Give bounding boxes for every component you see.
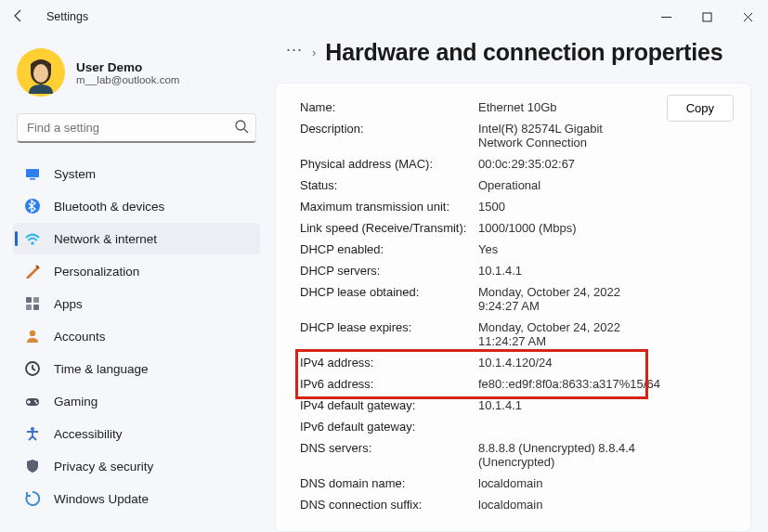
main-content: ··· › Hardware and connection properties… <box>269 33 768 532</box>
property-value: localdomain <box>478 476 636 490</box>
minimize-button[interactable] <box>645 3 686 31</box>
sidebar-item-label: Gaming <box>54 395 98 409</box>
property-key: Description: <box>300 122 478 149</box>
property-key: IPv6 default gateway: <box>300 420 478 434</box>
sidebar-item-network[interactable]: Network & internet <box>13 223 260 254</box>
svg-rect-9 <box>33 297 39 303</box>
svg-point-12 <box>30 331 35 336</box>
breadcrumb: ··· › Hardware and connection properties <box>275 39 751 66</box>
time-icon <box>24 360 41 377</box>
sidebar-item-accessibility[interactable]: Accessibility <box>13 418 260 449</box>
property-value: 8.8.8.8 (Unencrypted) 8.8.4.4 (Unencrypt… <box>478 441 636 469</box>
sidebar-item-personalization[interactable]: Personalization <box>13 255 260 287</box>
sidebar-item-system[interactable]: System <box>13 158 260 189</box>
system-icon <box>24 165 41 182</box>
property-value: Ethernet 10Gb <box>478 100 636 114</box>
sidebar-item-privacy[interactable]: Privacy & security <box>13 450 260 482</box>
property-key: DHCP servers: <box>300 264 478 278</box>
property-row: IPv6 address:fe80::ed9f:8f0a:8633:a317%1… <box>300 373 734 395</box>
property-value: 00:0c:29:35:02:67 <box>478 157 636 171</box>
back-button[interactable] <box>7 8 30 26</box>
property-key: IPv4 default gateway: <box>300 398 478 412</box>
accessibility-icon <box>24 425 41 442</box>
titlebar: Settings <box>0 0 768 33</box>
breadcrumb-more-button[interactable]: ··· <box>286 40 303 65</box>
property-key: IPv4 address: <box>300 356 478 370</box>
property-value: Operational <box>478 178 636 192</box>
property-key: Physical address (MAC): <box>300 157 478 171</box>
property-value: 1000/1000 (Mbps) <box>478 221 636 235</box>
property-key: Name: <box>300 100 478 114</box>
property-value: 10.1.4.1 <box>478 398 636 412</box>
svg-point-16 <box>36 402 38 404</box>
page-title: Hardware and connection properties <box>325 39 722 66</box>
svg-rect-8 <box>26 297 32 303</box>
property-key: DNS servers: <box>300 441 478 469</box>
property-row: IPv4 address:10.1.4.120/24 <box>300 352 734 373</box>
copy-button[interactable]: Copy <box>667 95 734 122</box>
accounts-icon <box>24 328 41 344</box>
svg-rect-4 <box>26 169 39 177</box>
svg-rect-11 <box>33 305 39 310</box>
bluetooth-icon <box>24 198 41 214</box>
property-value: fe80::ed9f:8f0a:8633:a317%15/64 <box>478 377 636 391</box>
maximize-button[interactable] <box>686 3 727 31</box>
user-block[interactable]: User Demo m__lab@outlook.com <box>13 43 260 113</box>
property-row: DHCP servers:10.1.4.1 <box>300 260 734 281</box>
property-row: DNS connection suffix:localdomain <box>300 494 734 515</box>
sidebar-item-label: Network & internet <box>54 232 157 246</box>
property-value: Monday, October 24, 2022 9:24:27 AM <box>478 285 636 313</box>
search-icon <box>234 119 249 136</box>
sidebar-item-gaming[interactable]: Gaming <box>13 385 260 417</box>
close-button[interactable] <box>727 3 768 31</box>
sidebar: User Demo m__lab@outlook.com SystemBluet… <box>0 33 269 532</box>
sidebar-item-label: Accounts <box>54 330 106 344</box>
svg-point-15 <box>34 400 36 402</box>
update-icon <box>24 490 41 507</box>
sidebar-item-label: Personalization <box>54 265 139 279</box>
user-email: m__lab@outlook.com <box>76 74 179 85</box>
property-row: Status:Operational <box>300 175 734 196</box>
property-key: DNS connection suffix: <box>300 498 478 512</box>
chevron-right-icon: › <box>312 45 316 59</box>
privacy-icon <box>24 458 41 474</box>
sidebar-item-label: Time & language <box>54 362 149 376</box>
personalization-icon <box>24 263 41 279</box>
property-row: IPv4 default gateway:10.1.4.1 <box>300 395 734 416</box>
property-key: Status: <box>300 178 478 192</box>
sidebar-item-accounts[interactable]: Accounts <box>13 320 260 352</box>
svg-point-2 <box>33 64 48 83</box>
property-row: Maximum transmission unit:1500 <box>300 196 734 217</box>
property-value: Monday, October 24, 2022 11:24:27 AM <box>478 320 636 348</box>
property-value: localdomain <box>478 498 636 512</box>
sidebar-item-bluetooth[interactable]: Bluetooth & devices <box>13 190 260 222</box>
sidebar-item-update[interactable]: Windows Update <box>13 483 260 514</box>
svg-point-17 <box>31 427 34 431</box>
property-key: Link speed (Receive/Transmit): <box>300 221 478 235</box>
property-value <box>478 420 636 434</box>
gaming-icon <box>24 393 41 409</box>
sidebar-item-time[interactable]: Time & language <box>13 353 260 384</box>
search-input[interactable] <box>17 113 256 143</box>
property-row: DNS domain name:localdomain <box>300 473 734 494</box>
properties-panel: Copy Name:Ethernet 10GbDescription:Intel… <box>275 83 751 532</box>
property-value: 10.1.4.120/24 <box>478 356 636 370</box>
property-value: Intel(R) 82574L Gigabit Network Connecti… <box>478 122 636 149</box>
sidebar-item-apps[interactable]: Apps <box>13 288 260 319</box>
property-row: DHCP lease expires:Monday, October 24, 2… <box>300 317 734 352</box>
property-key: DHCP lease expires: <box>300 320 478 348</box>
sidebar-item-label: Apps <box>54 297 83 311</box>
sidebar-item-label: Accessibility <box>54 427 123 441</box>
property-row: Physical address (MAC):00:0c:29:35:02:67 <box>300 153 734 175</box>
property-row: DHCP lease obtained:Monday, October 24, … <box>300 281 734 317</box>
user-name: User Demo <box>76 60 179 74</box>
svg-point-3 <box>236 121 245 130</box>
window-title: Settings <box>46 10 88 23</box>
property-value: 1500 <box>478 200 636 214</box>
property-key: Maximum transmission unit: <box>300 200 478 214</box>
property-row: DNS servers:8.8.8.8 (Unencrypted) 8.8.4.… <box>300 437 734 473</box>
sidebar-item-label: Privacy & security <box>54 460 153 474</box>
sidebar-item-label: Bluetooth & devices <box>54 200 164 214</box>
property-row: DHCP enabled:Yes <box>300 239 734 260</box>
wifi-icon <box>24 230 41 247</box>
